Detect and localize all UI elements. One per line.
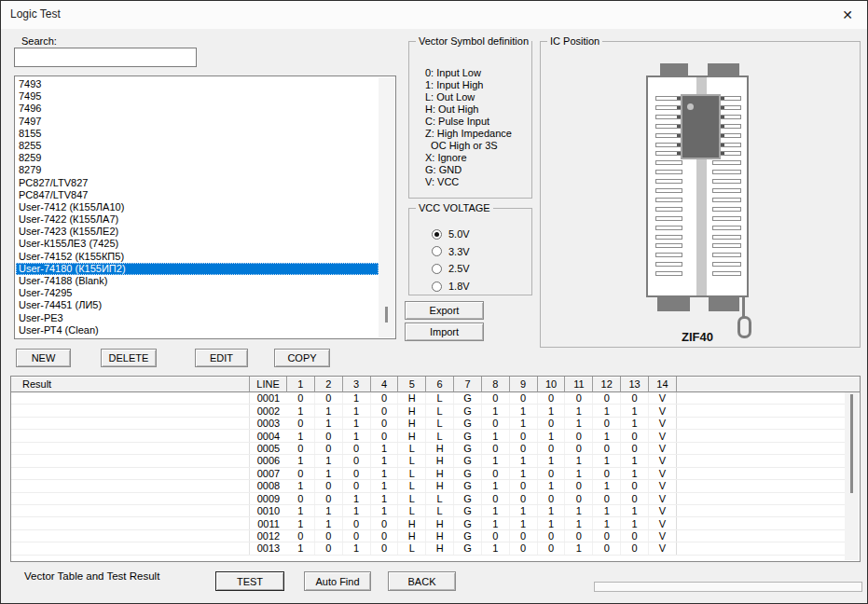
edit-button[interactable]: EDIT	[195, 349, 248, 367]
result-column-header[interactable]: Result	[11, 377, 250, 392]
pin-column-header[interactable]: 10	[538, 377, 566, 392]
pin-cell: 1	[565, 418, 593, 429]
vcc-option-3.3v[interactable]: 3.3V	[432, 243, 470, 261]
table-row[interactable]: 00021110HLG111111V	[11, 405, 845, 417]
pin-cell: 0	[315, 443, 343, 454]
table-row[interactable]: 00120000HHG000000V	[11, 530, 845, 542]
pin-cell: 1	[287, 430, 315, 441]
table-row[interactable]: 00050001LHG000000V	[11, 443, 845, 455]
list-item[interactable]: 7496	[16, 103, 379, 115]
result-cell	[11, 505, 250, 516]
pin-column-header[interactable]: 4	[371, 377, 399, 392]
list-item[interactable]: 8255	[16, 140, 379, 152]
list-item[interactable]: PC847/LTV847	[16, 189, 379, 201]
list-item[interactable]: 8259	[16, 152, 379, 164]
vcc-option-2.5v[interactable]: 2.5V	[432, 260, 470, 278]
pin-cell: 1	[510, 505, 538, 516]
line-cell: 0006	[250, 455, 287, 466]
progress-bar	[594, 582, 862, 592]
search-input[interactable]	[14, 48, 197, 67]
pin-column-header[interactable]: 12	[593, 377, 621, 392]
list-item[interactable]: User-74295	[16, 287, 379, 299]
list-item[interactable]: 8279	[16, 164, 379, 176]
pin-cell: 1	[565, 542, 593, 554]
pin-column-header[interactable]: 2	[315, 377, 343, 392]
table-row[interactable]: 00061101LHG111111V	[11, 455, 845, 467]
pin-cell: 1	[371, 493, 399, 504]
new-button[interactable]: NEW	[16, 349, 71, 367]
vcc-option-5.0v[interactable]: 5.0V	[432, 226, 470, 243]
chip-list-scroll-thumb[interactable]	[385, 307, 388, 323]
pin-cell: 0	[510, 493, 538, 504]
chip-list-scrollbar[interactable]	[379, 77, 394, 337]
back-button[interactable]: BACK	[388, 571, 456, 591]
socket-bottom-left-tab	[657, 297, 690, 311]
list-item[interactable]: User-74152 (К155КП5)	[16, 251, 379, 263]
pin-column-header[interactable]: 5	[398, 377, 426, 392]
pin-cell: 0	[315, 542, 343, 554]
socket-slot-right	[712, 160, 741, 165]
pin-column-header[interactable]: 9	[510, 377, 538, 392]
test-button[interactable]: TEST	[215, 571, 284, 591]
vcc-option-1.8v[interactable]: 1.8V	[432, 278, 470, 295]
list-item[interactable]: User-74180 (К155ИП2)	[16, 263, 379, 275]
vector-symbol-line: Z: High Impedance	[425, 128, 512, 140]
table-row[interactable]: 00090011LLG000000V	[11, 493, 845, 505]
pin-column-header[interactable]: 7	[454, 377, 482, 392]
pin-column-header[interactable]: 11	[565, 377, 593, 392]
list-item[interactable]: User-РТ4 (Clean)	[16, 324, 379, 336]
list-item[interactable]: User-7423 (К155ЛЕ2)	[16, 226, 379, 238]
line-column-header[interactable]: LINE	[250, 377, 287, 392]
table-row[interactable]: 00101111LLG111111V	[11, 505, 845, 517]
pin-cell: 0	[371, 530, 399, 542]
auto-find-button[interactable]: Auto Find	[304, 571, 371, 591]
list-item[interactable]: 7493	[16, 78, 379, 90]
table-row[interactable]: 00030110HLG010101V	[11, 418, 845, 430]
export-button[interactable]: Export	[405, 301, 484, 320]
pin-column-header[interactable]: 3	[343, 377, 371, 392]
list-item[interactable]: User-РЕ3	[16, 312, 379, 324]
table-row[interactable]: 00081001LHG101010V	[11, 480, 845, 492]
pin-cell: V	[649, 493, 677, 504]
pin-cell: L	[426, 392, 454, 404]
delete-button[interactable]: DELETE	[101, 349, 157, 367]
chip-listbox[interactable]: 74937495749674978155825582598279PC827/LT…	[14, 76, 396, 339]
table-row[interactable]: 00041010HLG101010V	[11, 430, 845, 442]
result-cell	[11, 455, 250, 466]
pin-column-header[interactable]: 13	[621, 377, 649, 392]
table-row[interactable]: 00010010HLG000000V	[11, 392, 845, 405]
result-cell	[11, 542, 250, 554]
list-item[interactable]: User-К155ЛЕ3 (7425)	[16, 238, 379, 250]
list-item[interactable]: 7497	[16, 116, 379, 128]
list-item[interactable]: User-74188 (Blank)	[16, 275, 379, 287]
list-item[interactable]: User-7422 (К155ЛА7)	[16, 213, 379, 226]
vector-table-scroll-thumb[interactable]	[850, 394, 853, 493]
pin-cell: 0	[482, 418, 510, 429]
pin-column-header[interactable]: 14	[649, 377, 677, 392]
pin-cell: 0	[482, 392, 510, 404]
socket-slot-right	[712, 235, 741, 240]
list-item[interactable]: 8155	[16, 128, 379, 140]
copy-button[interactable]: COPY	[274, 349, 330, 367]
import-button[interactable]: Import	[405, 323, 484, 341]
table-row[interactable]: 00070101LHG010101V	[11, 468, 845, 480]
pin-cell: G	[454, 405, 482, 416]
vector-table-scrollbar[interactable]	[845, 392, 859, 560]
list-item[interactable]: 7495	[16, 90, 379, 103]
pin-cell: L	[398, 480, 426, 491]
pin-column-header[interactable]: 8	[482, 377, 510, 392]
list-item[interactable]: PC827/LTV827	[16, 177, 379, 189]
close-icon[interactable]: ✕	[835, 4, 860, 26]
header-filler	[677, 377, 860, 392]
list-item[interactable]: User-74451 (ЛИ5)	[16, 299, 379, 311]
titlebar: Logic Test ✕	[1, 1, 867, 29]
socket-slot-right	[712, 188, 741, 193]
table-row[interactable]: 00111100HHG111111V	[11, 517, 845, 529]
pin-column-header[interactable]: 6	[426, 377, 454, 392]
pin-cell: H	[398, 517, 426, 528]
pin-column-header[interactable]: 1	[287, 377, 315, 392]
pin-cell: L	[398, 468, 426, 479]
list-item[interactable]: User-7412 (К155ЛА10)	[16, 201, 379, 213]
table-row[interactable]: 00131010LHG100100V	[11, 542, 845, 555]
pin-cell: 0	[621, 443, 649, 454]
